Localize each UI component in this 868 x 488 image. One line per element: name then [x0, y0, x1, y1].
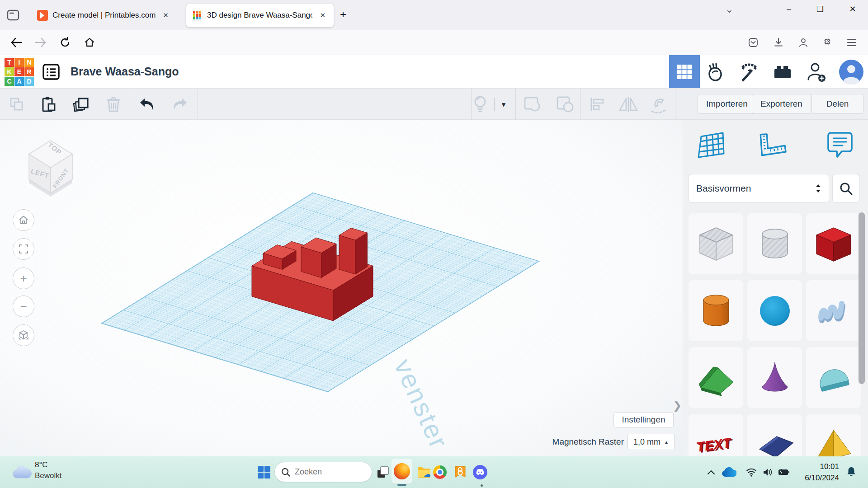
tab-printables[interactable]: Create model | Printables.com ✕	[32, 4, 182, 27]
sim-lab-paw-icon[interactable]	[700, 55, 731, 88]
viewport-3d[interactable]: venster TOP LEFT FRONT +	[0, 120, 683, 456]
workplane-icon[interactable]	[696, 130, 727, 161]
tray-chevron-icon[interactable]	[702, 463, 721, 482]
account-icon[interactable]	[795, 34, 811, 51]
chrome-icon[interactable]	[430, 463, 449, 482]
polygon-icon	[754, 424, 796, 457]
paste-icon[interactable]	[38, 94, 58, 114]
mirror-icon[interactable]	[618, 94, 638, 114]
firefox-app-button[interactable]	[392, 459, 412, 483]
tinkercad-logo[interactable]: T I N K E R C A D	[5, 58, 34, 86]
duplicate-icon[interactable]	[71, 94, 91, 114]
copy-icon[interactable]	[7, 94, 27, 114]
pocket-icon[interactable]	[745, 34, 761, 51]
shape-search-button[interactable]	[832, 174, 859, 203]
share-button[interactable]: Delen	[811, 94, 863, 114]
taskbar-search[interactable]	[274, 462, 372, 482]
shape-category-select[interactable]: Basisvormen	[689, 174, 829, 203]
avatar[interactable]	[834, 55, 868, 88]
minecraft-pickaxe-icon[interactable]	[733, 55, 764, 88]
battery-icon[interactable]	[774, 463, 793, 482]
transparent-cylinder-icon	[754, 223, 796, 265]
redo-icon[interactable]	[170, 94, 189, 114]
firefox-view-icon[interactable]	[5, 7, 21, 23]
ungroup-icon[interactable]	[555, 94, 575, 114]
shape-card-transparent-box[interactable]	[689, 213, 743, 274]
back-icon[interactable]	[8, 34, 24, 51]
designs-grid-icon[interactable]	[669, 55, 700, 88]
shape-card-text[interactable]: TEXTTEXT	[689, 414, 743, 456]
tab-close-icon[interactable]: ✕	[160, 9, 171, 21]
window-close-button[interactable]: ✕	[842, 0, 863, 18]
bulb-dropdown-caret-icon[interactable]: ▾	[495, 94, 512, 114]
notes-icon[interactable]	[824, 130, 856, 161]
task-view-icon[interactable]	[373, 463, 392, 482]
delete-icon[interactable]	[104, 94, 123, 114]
extensions-icon[interactable]	[819, 34, 835, 51]
bricks-icon[interactable]	[767, 55, 798, 88]
zoom-out-button[interactable]: −	[13, 296, 34, 317]
design-title[interactable]: Brave Waasa-Sango	[71, 65, 179, 78]
box-icon	[813, 223, 854, 265]
snap-grid-label: Magnetisch Raster	[538, 437, 624, 447]
download-icon[interactable]	[770, 34, 787, 51]
shape-card-cylinder[interactable]	[689, 280, 743, 341]
ruler-icon[interactable]	[757, 130, 788, 161]
tab-tinkercad[interactable]: 3D design Brave Waasa-Sango ✕	[186, 4, 334, 27]
design-list-icon[interactable]	[42, 62, 61, 81]
onedrive-icon[interactable]	[719, 463, 738, 482]
badge-app-icon[interactable]	[451, 463, 470, 482]
shape-card-sphere[interactable]	[747, 280, 802, 341]
sidebar-scrollbar[interactable]	[859, 212, 865, 384]
show-all-bulb-icon[interactable]	[470, 94, 490, 114]
fit-view-button[interactable]	[13, 238, 34, 260]
logo-tile: A	[14, 77, 24, 86]
weather-temperature[interactable]: 8°C	[35, 460, 48, 469]
notification-bell-icon[interactable]	[842, 463, 861, 482]
add-person-icon[interactable]	[801, 55, 832, 88]
view-cube[interactable]: TOP LEFT FRONT	[24, 138, 78, 199]
tab-overflow-chevron-icon[interactable]: ⌄	[725, 4, 733, 15]
search-icon	[839, 182, 853, 195]
group-icon[interactable]	[522, 94, 542, 114]
shape-card-round-roof[interactable]	[806, 347, 861, 408]
zoom-in-button[interactable]: +	[13, 267, 34, 289]
shape-card-transparent-cylinder[interactable]	[747, 213, 802, 274]
view-home-button[interactable]	[13, 209, 34, 231]
tab-close-icon[interactable]: ✕	[317, 9, 328, 21]
shape-card-polygon[interactable]	[747, 414, 802, 456]
edit-toolbar: ▾ Importeren Exporteren Delen	[0, 89, 868, 120]
window-restore-button[interactable]: ❏	[810, 0, 830, 18]
undo-icon[interactable]	[137, 94, 157, 114]
align-icon[interactable]	[587, 94, 607, 114]
window-minimize-button[interactable]: –	[778, 0, 799, 18]
shape-card-roof[interactable]	[689, 347, 743, 408]
snap-grid-dropdown[interactable]: 1,0 mm ▲	[627, 434, 675, 450]
shape-card-box[interactable]	[806, 213, 861, 274]
discord-icon[interactable]	[471, 463, 490, 482]
shape-card-pyramid[interactable]	[806, 414, 861, 456]
new-tab-button[interactable]: +	[340, 8, 346, 21]
reload-icon[interactable]	[57, 34, 73, 51]
start-icon[interactable]	[255, 463, 274, 482]
model-red-blocks[interactable]	[244, 217, 380, 325]
perspective-button[interactable]	[13, 324, 34, 346]
export-button[interactable]: Exporteren	[752, 94, 811, 114]
weather-cloud-icon[interactable]	[12, 465, 33, 479]
shape-card-cone[interactable]	[747, 347, 802, 408]
menu-icon[interactable]	[844, 34, 860, 51]
forward-icon[interactable]	[33, 34, 49, 51]
tab-title: Create model | Printables.com	[52, 11, 156, 20]
taskbar-clock[interactable]: 10:01 6/10/2024	[805, 461, 839, 483]
magnet-icon[interactable]	[649, 94, 669, 114]
logo-tile: K	[5, 67, 14, 76]
sidebar-collapse-handle[interactable]: ❯	[673, 399, 682, 412]
logo-tile: C	[5, 77, 14, 86]
search-input[interactable]	[295, 467, 363, 477]
settings-button[interactable]: Instellingen	[613, 412, 674, 427]
weather-condition[interactable]: Bewolkt	[35, 471, 62, 480]
import-button[interactable]: Importeren	[698, 94, 756, 114]
shape-card-scribble[interactable]	[806, 280, 861, 341]
wifi-icon[interactable]	[742, 463, 761, 482]
home-icon[interactable]	[81, 34, 98, 51]
